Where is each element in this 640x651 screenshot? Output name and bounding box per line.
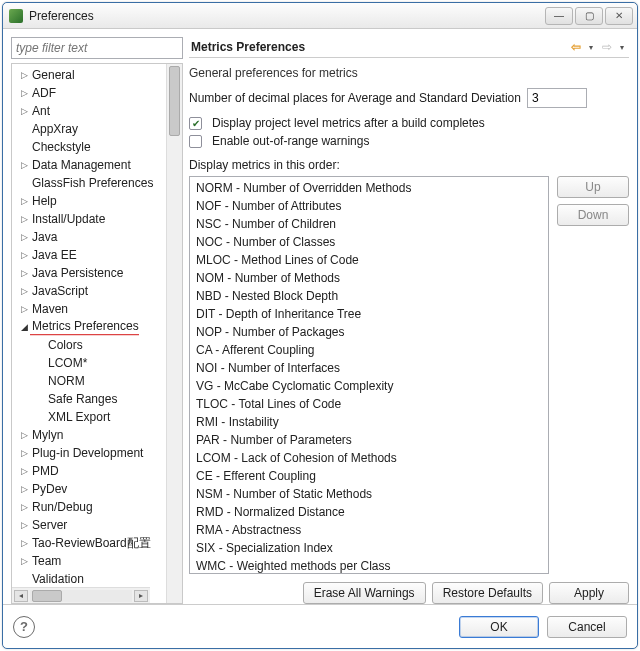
- list-item[interactable]: NSC - Number of Children: [190, 215, 548, 233]
- list-item[interactable]: DIT - Depth of Inheritance Tree: [190, 305, 548, 323]
- tree-item[interactable]: ▷ADF: [12, 84, 166, 102]
- tree-item[interactable]: ▷Server: [12, 516, 166, 534]
- tree-item[interactable]: LCOM*: [12, 354, 166, 372]
- tree-vscrollbar[interactable]: [166, 64, 182, 603]
- preferences-tree[interactable]: ▷General▷ADF▷AntAppXrayCheckstyle▷Data M…: [12, 64, 166, 603]
- list-item[interactable]: NOI - Number of Interfaces: [190, 359, 548, 377]
- arrow-right-icon[interactable]: ▷: [18, 196, 30, 206]
- list-item[interactable]: NOM - Number of Methods: [190, 269, 548, 287]
- metrics-listbox[interactable]: NORM - Number of Overridden MethodsNOF -…: [189, 176, 549, 574]
- nav-forward-icon[interactable]: ⇨: [598, 38, 616, 56]
- tree-item[interactable]: NORM: [12, 372, 166, 390]
- tree-item[interactable]: ▷Help: [12, 192, 166, 210]
- tree-item[interactable]: ▷Install/Update: [12, 210, 166, 228]
- erase-warnings-button[interactable]: Erase All Warnings: [303, 582, 426, 604]
- list-item[interactable]: NSM - Number of Static Methods: [190, 485, 548, 503]
- tree-item[interactable]: ◢Metrics Preferences: [12, 318, 166, 336]
- list-item[interactable]: LCOM - Lack of Cohesion of Methods: [190, 449, 548, 467]
- arrow-right-icon[interactable]: ▷: [18, 448, 30, 458]
- nav-back-icon[interactable]: ⇦: [567, 38, 585, 56]
- arrow-right-icon[interactable]: ▷: [18, 88, 30, 98]
- tree-item[interactable]: ▷Data Management: [12, 156, 166, 174]
- tree-item[interactable]: ▷Ant: [12, 102, 166, 120]
- list-item[interactable]: NOC - Number of Classes: [190, 233, 548, 251]
- arrow-right-icon[interactable]: ▷: [18, 538, 30, 548]
- scroll-right-icon[interactable]: ▸: [134, 590, 148, 602]
- tree-item[interactable]: Checkstyle: [12, 138, 166, 156]
- tree-item[interactable]: ▷Tao-ReviewBoard配置: [12, 534, 166, 552]
- list-item[interactable]: RMA - Abstractness: [190, 521, 548, 539]
- list-item[interactable]: CE - Efferent Coupling: [190, 467, 548, 485]
- tree-item[interactable]: ▷Maven: [12, 300, 166, 318]
- arrow-right-icon[interactable]: ▷: [18, 250, 30, 260]
- list-item[interactable]: PAR - Number of Parameters: [190, 431, 548, 449]
- nav-back-menu-icon[interactable]: ▾: [586, 43, 596, 52]
- arrow-right-icon[interactable]: ▷: [18, 520, 30, 530]
- hscroll-thumb[interactable]: [32, 590, 62, 602]
- scroll-left-icon[interactable]: ◂: [14, 590, 28, 602]
- close-button[interactable]: ✕: [605, 7, 633, 25]
- arrow-right-icon[interactable]: ▷: [18, 502, 30, 512]
- arrow-right-icon[interactable]: ▷: [18, 466, 30, 476]
- tree-item[interactable]: ▷Mylyn: [12, 426, 166, 444]
- arrow-right-icon[interactable]: ▷: [18, 484, 30, 494]
- hscroll-track[interactable]: [30, 590, 132, 602]
- minimize-button[interactable]: —: [545, 7, 573, 25]
- display-metrics-checkbox[interactable]: [189, 117, 202, 130]
- list-item[interactable]: RMI - Instability: [190, 413, 548, 431]
- arrow-right-icon[interactable]: ▷: [18, 304, 30, 314]
- tree-item[interactable]: Safe Ranges: [12, 390, 166, 408]
- ok-button[interactable]: OK: [459, 616, 539, 638]
- tree-item[interactable]: ▷Team: [12, 552, 166, 570]
- list-item[interactable]: NOF - Number of Attributes: [190, 197, 548, 215]
- move-up-button[interactable]: Up: [557, 176, 629, 198]
- filter-input[interactable]: [11, 37, 183, 59]
- arrow-right-icon[interactable]: ▷: [18, 214, 30, 224]
- vscroll-thumb[interactable]: [169, 66, 180, 136]
- list-item[interactable]: SIX - Specialization Index: [190, 539, 548, 557]
- arrow-right-icon[interactable]: ▷: [18, 160, 30, 170]
- list-item[interactable]: MLOC - Method Lines of Code: [190, 251, 548, 269]
- tree-item[interactable]: ▷JavaScript: [12, 282, 166, 300]
- arrow-down-icon[interactable]: ◢: [18, 322, 30, 332]
- arrow-right-icon[interactable]: ▷: [18, 70, 30, 80]
- tree-item[interactable]: Colors: [12, 336, 166, 354]
- cancel-button[interactable]: Cancel: [547, 616, 627, 638]
- tree-item[interactable]: ▷PMD: [12, 462, 166, 480]
- apply-button[interactable]: Apply: [549, 582, 629, 604]
- decimal-input[interactable]: [527, 88, 587, 108]
- list-item[interactable]: NOP - Number of Packages: [190, 323, 548, 341]
- tree-item[interactable]: Validation: [12, 570, 166, 588]
- move-down-button[interactable]: Down: [557, 204, 629, 226]
- nav-forward-menu-icon[interactable]: ▾: [617, 43, 627, 52]
- maximize-button[interactable]: ▢: [575, 7, 603, 25]
- tree-item[interactable]: ▷Java Persistence: [12, 264, 166, 282]
- list-item[interactable]: TLOC - Total Lines of Code: [190, 395, 548, 413]
- list-item[interactable]: RMD - Normalized Distance: [190, 503, 548, 521]
- outofrange-checkbox[interactable]: [189, 135, 202, 148]
- arrow-right-icon[interactable]: ▷: [18, 232, 30, 242]
- arrow-right-icon[interactable]: ▷: [18, 556, 30, 566]
- arrow-right-icon[interactable]: ▷: [18, 430, 30, 440]
- tree-item[interactable]: XML Export: [12, 408, 166, 426]
- tree-item[interactable]: ▷PyDev: [12, 480, 166, 498]
- list-item[interactable]: VG - McCabe Cyclomatic Complexity: [190, 377, 548, 395]
- tree-container: ▷General▷ADF▷AntAppXrayCheckstyle▷Data M…: [11, 63, 183, 604]
- tree-item[interactable]: ▷Java: [12, 228, 166, 246]
- list-item[interactable]: CA - Afferent Coupling: [190, 341, 548, 359]
- tree-item[interactable]: ▷Java EE: [12, 246, 166, 264]
- help-icon[interactable]: ?: [13, 616, 35, 638]
- list-item[interactable]: NORM - Number of Overridden Methods: [190, 179, 548, 197]
- arrow-right-icon[interactable]: ▷: [18, 106, 30, 116]
- tree-hscrollbar[interactable]: ◂ ▸: [12, 587, 150, 603]
- list-item[interactable]: NBD - Nested Block Depth: [190, 287, 548, 305]
- tree-item[interactable]: ▷Run/Debug: [12, 498, 166, 516]
- tree-item[interactable]: ▷General: [12, 66, 166, 84]
- tree-item[interactable]: ▷Plug-in Development: [12, 444, 166, 462]
- arrow-right-icon[interactable]: ▷: [18, 268, 30, 278]
- tree-item[interactable]: GlassFish Preferences: [12, 174, 166, 192]
- arrow-right-icon[interactable]: ▷: [18, 286, 30, 296]
- list-item[interactable]: WMC - Weighted methods per Class: [190, 557, 548, 574]
- tree-item[interactable]: AppXray: [12, 120, 166, 138]
- restore-defaults-button[interactable]: Restore Defaults: [432, 582, 543, 604]
